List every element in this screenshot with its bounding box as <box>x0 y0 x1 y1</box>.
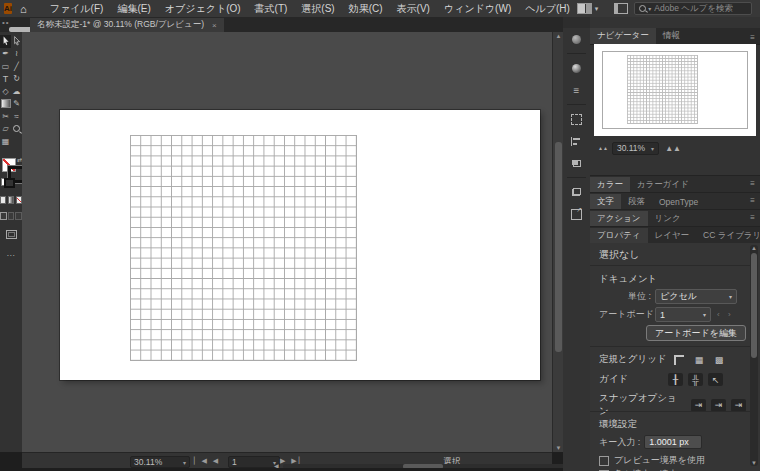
show-guides-icon[interactable]: ╂ <box>668 373 683 386</box>
perspective-grid-tool[interactable]: ▦ <box>0 135 11 148</box>
chevron-down-icon[interactable]: ▾ <box>595 5 599 13</box>
zoom-level-select[interactable]: 30.11% ▾ <box>130 456 190 468</box>
tab-links[interactable]: リンク <box>648 211 688 227</box>
ruler-icon[interactable] <box>672 353 687 366</box>
pathfinder-panel-icon[interactable] <box>563 152 590 174</box>
tab-layers[interactable]: レイヤー <box>648 228 697 244</box>
document-tab[interactable]: 名称未設定-1* @ 30.11% (RGB/プレビュー) × <box>30 18 224 32</box>
artboard-prev-next-icons[interactable]: ‹ › <box>717 310 734 319</box>
panel-menu-icon[interactable]: ≡ <box>745 196 760 207</box>
menu-edit[interactable]: 編集(E) <box>110 2 157 16</box>
pen-tool[interactable]: ✒ <box>0 48 11 61</box>
export-panel-icon[interactable] <box>563 203 590 225</box>
transform-panel-icon[interactable] <box>563 108 590 130</box>
vertical-scrollbar-thumb[interactable] <box>555 142 562 352</box>
first-artboard-icon[interactable]: ▏◀ ◀ <box>194 457 220 465</box>
menu-effect[interactable]: 効果(C) <box>342 2 390 16</box>
unit-label: 単位 : <box>599 290 651 303</box>
edit-artboards-button[interactable]: アートボードを編集 <box>646 325 746 341</box>
artboard-nav-select[interactable]: 1 ▾ <box>228 456 280 468</box>
zoom-in-icon[interactable]: ▲▲ <box>665 144 681 153</box>
zoom-tool[interactable] <box>11 123 22 136</box>
panel-menu-icon[interactable]: ≡ <box>745 179 760 190</box>
lock-guides-icon[interactable]: ╬ <box>688 373 703 386</box>
tab-close-icon[interactable]: × <box>212 21 217 30</box>
tab-paragraph[interactable]: 段落 <box>621 194 652 210</box>
artboard-dropdown[interactable]: 1 ▾ <box>655 307 711 322</box>
preview-bounds-label: プレビュー境界を使用 <box>614 454 705 467</box>
collapsed-panel-strip: ≡ <box>563 28 591 471</box>
tab-actions[interactable]: アクション <box>590 211 648 227</box>
properties-scrollbar[interactable]: ▲ ▼ <box>750 245 758 466</box>
unit-dropdown[interactable]: ピクセル ▾ <box>655 289 737 304</box>
properties-scrollbar-thumb[interactable] <box>751 253 757 358</box>
tab-character[interactable]: 文字 <box>590 194 621 210</box>
symbols-panel-icon[interactable] <box>563 181 590 203</box>
draw-inside-icon[interactable] <box>15 212 22 220</box>
line-segment-tool[interactable]: ╱ <box>11 60 22 73</box>
tab-cc-libraries[interactable]: CC ライブラリ <box>696 228 760 244</box>
color-panel-icon[interactable] <box>563 28 590 50</box>
canvas-area[interactable] <box>22 32 552 452</box>
menu-help[interactable]: ヘルプ(H) <box>518 2 577 16</box>
help-search-input[interactable]: ▾ Adobe ヘルプを検索 <box>634 2 752 15</box>
align-panel-icon[interactable] <box>563 130 590 152</box>
panel-menu-icon[interactable]: ≡ <box>745 213 760 224</box>
gradient-tool[interactable] <box>0 98 11 111</box>
draw-behind-icon[interactable] <box>8 212 15 220</box>
key-input-field[interactable]: 1.0001 px <box>644 435 702 449</box>
panel-menu-icon[interactable]: ≡ <box>745 33 760 44</box>
overlapping-squares-icon <box>572 188 581 196</box>
gradient-panel-icon[interactable] <box>563 57 590 79</box>
direct-selection-tool[interactable] <box>11 35 22 48</box>
paintbrush-tool[interactable]: ≀ <box>11 48 22 61</box>
menu-type[interactable]: 書式(T) <box>248 2 295 16</box>
pencil-tool[interactable]: ✎ <box>11 98 22 111</box>
stroke-panel-icon[interactable]: ≡ <box>563 79 590 101</box>
navigator-preview[interactable] <box>594 44 756 136</box>
zoom-out-icon[interactable]: ▲▲ <box>598 145 608 151</box>
grid-object[interactable] <box>130 135 357 361</box>
rectangle-tool[interactable]: ▭ <box>0 60 11 73</box>
tab-navigator[interactable]: ナビゲーター <box>590 28 656 44</box>
edit-toolbar-button[interactable]: ⋯ <box>0 251 22 260</box>
grid-icon[interactable]: ▦ <box>692 353 707 366</box>
tab-properties[interactable]: プロパティ <box>590 228 648 244</box>
preview-bounds-checkbox[interactable] <box>599 456 609 466</box>
eraser-tool[interactable]: ◇ <box>0 85 11 98</box>
width-tool[interactable]: ≈ <box>11 110 22 123</box>
navigator-zoom-select[interactable]: 30.11% ▾ <box>612 142 659 155</box>
pixel-grid-icon[interactable]: ▩ <box>712 353 727 366</box>
type-panel-row: 文字 段落 OpenType ≡ <box>590 192 760 210</box>
snap-to-point-icon[interactable]: ⇥ <box>691 399 706 412</box>
scroll-down-icon[interactable]: ▼ <box>750 460 758 466</box>
artboard-tool[interactable]: ▱ <box>0 123 11 136</box>
snap-to-grid-icon[interactable]: ⇥ <box>711 399 726 412</box>
tab-info[interactable]: 情報 <box>656 28 687 44</box>
home-icon[interactable]: ⌂ <box>20 3 27 15</box>
rotate-tool[interactable]: ↻ <box>11 73 22 86</box>
smart-guides-icon[interactable]: ↖ <box>708 373 723 386</box>
tab-opentype[interactable]: OpenType <box>652 195 705 209</box>
gradient-mode-icon[interactable] <box>8 196 14 204</box>
menu-select[interactable]: 選択(S) <box>294 2 341 16</box>
menu-object[interactable]: オブジェクト(O) <box>158 2 248 16</box>
snap-to-pixel-icon[interactable]: ⇥ <box>731 399 746 412</box>
draw-normal-icon[interactable] <box>0 212 7 220</box>
tab-color[interactable]: カラー <box>590 177 630 193</box>
menu-window[interactable]: ウィンドウ(W) <box>437 2 518 16</box>
warp-tool[interactable]: ☁ <box>11 85 22 98</box>
scissors-tool[interactable]: ✂ <box>0 110 11 123</box>
menu-file[interactable]: ファイル(F) <box>43 2 111 16</box>
screen-mode-icon[interactable] <box>6 230 17 239</box>
type-tool[interactable]: T <box>0 73 11 86</box>
workspace-switcher-icon[interactable] <box>577 3 592 14</box>
menu-view[interactable]: 表示(V) <box>390 2 437 16</box>
default-stroke-icon[interactable] <box>4 178 15 188</box>
scroll-up-icon[interactable]: ▲ <box>750 245 758 251</box>
tab-color-guide[interactable]: カラーガイド <box>630 177 696 193</box>
arrange-documents-icon[interactable] <box>614 3 628 14</box>
artboard[interactable] <box>60 110 540 380</box>
color-mode-icon[interactable] <box>0 196 6 204</box>
selection-tool[interactable] <box>0 35 11 48</box>
